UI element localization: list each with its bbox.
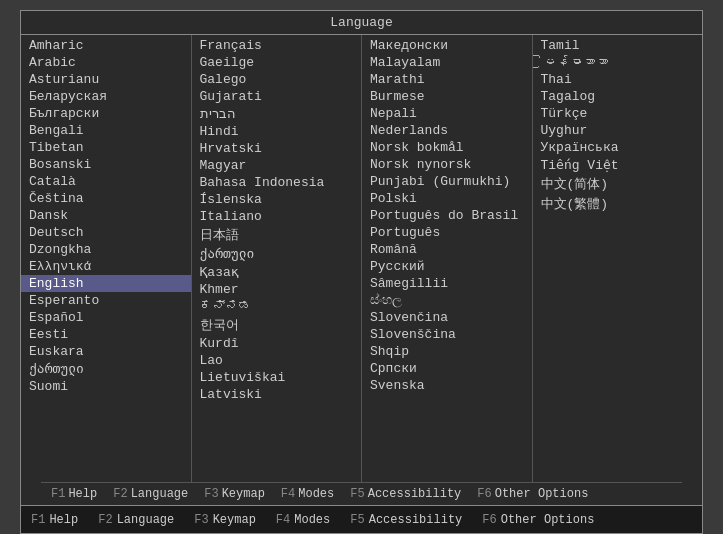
language-item[interactable]: Português do Brasil [362, 207, 532, 224]
language-item[interactable]: Dansk [21, 207, 191, 224]
language-item[interactable]: Punjabi (Gurmukhi) [362, 173, 532, 190]
language-item[interactable]: Tagalog [533, 88, 703, 105]
language-item[interactable]: 日本語 [192, 225, 362, 245]
language-item[interactable]: Français [192, 37, 362, 54]
language-column-1[interactable]: AmharicArabicAsturianuБеларускаяБългарск… [21, 35, 192, 482]
language-item[interactable]: Lao [192, 352, 362, 369]
language-item[interactable]: Македонски [362, 37, 532, 54]
language-item[interactable]: Arabic [21, 54, 191, 71]
language-item[interactable]: Slovenčina [362, 309, 532, 326]
language-item[interactable]: Esperanto [21, 292, 191, 309]
language-item[interactable]: ქართული [21, 360, 191, 378]
footer-item-f1[interactable]: F1Help [51, 487, 97, 501]
language-item[interactable]: Қазақ [192, 263, 362, 281]
language-item[interactable]: Català [21, 173, 191, 190]
language-item[interactable]: Português [362, 224, 532, 241]
bottom-key: F6 [482, 513, 496, 527]
language-item[interactable]: Gujarati [192, 88, 362, 105]
language-item[interactable]: ქართული [192, 245, 362, 263]
language-item[interactable]: Nederlands [362, 122, 532, 139]
bottom-key: F1 [31, 513, 45, 527]
bottom-item-f1[interactable]: F1Help [31, 513, 78, 527]
bottom-item-f5[interactable]: F5Accessibility [350, 513, 462, 527]
language-item[interactable]: Bengali [21, 122, 191, 139]
language-item[interactable]: Русский [362, 258, 532, 275]
dialog-title: Language [21, 11, 702, 35]
language-item[interactable]: Español [21, 309, 191, 326]
language-column-2[interactable]: FrançaisGaeilgeGalegoGujaratiהבריתHindiH… [192, 35, 363, 482]
language-item[interactable]: Kurdî [192, 335, 362, 352]
language-item[interactable]: Marathi [362, 71, 532, 88]
language-item[interactable]: Norsk nynorsk [362, 156, 532, 173]
footer-item-f5[interactable]: F5Accessibility [350, 487, 461, 501]
language-item[interactable]: Gaeilge [192, 54, 362, 71]
language-list-container[interactable]: AmharicArabicAsturianuБеларускаяБългарск… [21, 35, 702, 482]
language-item[interactable]: Sâmegillii [362, 275, 532, 292]
language-item[interactable]: Thai [533, 71, 703, 88]
language-item[interactable]: Burmese [362, 88, 532, 105]
language-item[interactable]: English [21, 275, 191, 292]
language-item[interactable]: Türkçe [533, 105, 703, 122]
bottom-key: F5 [350, 513, 364, 527]
language-item[interactable]: Ελληνικά [21, 258, 191, 275]
language-item[interactable]: Hindi [192, 123, 362, 140]
language-item[interactable]: Hrvatski [192, 140, 362, 157]
language-item[interactable]: Bosanski [21, 156, 191, 173]
language-item[interactable]: 한국어 [192, 315, 362, 335]
footer-item-f6[interactable]: F6Other Options [477, 487, 588, 501]
language-item[interactable]: Bahasa Indonesia [192, 174, 362, 191]
language-column-3[interactable]: МакедонскиMalayalamMarathiBurmeseNepaliN… [362, 35, 533, 482]
language-item[interactable]: Íslenska [192, 191, 362, 208]
language-item[interactable]: Italiano [192, 208, 362, 225]
language-dialog: Language AmharicArabicAsturianuБеларуска… [20, 10, 703, 506]
bottom-label: Accessibility [369, 513, 463, 527]
language-item[interactable]: Malayalam [362, 54, 532, 71]
language-item[interactable]: Српски [362, 360, 532, 377]
language-item[interactable]: Български [21, 105, 191, 122]
language-item[interactable]: Eesti [21, 326, 191, 343]
language-item[interactable]: Khmer [192, 281, 362, 298]
language-item[interactable]: ಕನ್ನಡ [192, 298, 362, 315]
language-item[interactable]: Română [362, 241, 532, 258]
footer-label: Help [68, 487, 97, 501]
footer-label: Language [131, 487, 189, 501]
language-item[interactable]: Euskara [21, 343, 191, 360]
language-item[interactable]: Suomi [21, 378, 191, 395]
language-item[interactable]: Galego [192, 71, 362, 88]
language-item[interactable]: Amharic [21, 37, 191, 54]
language-item[interactable]: Беларуская [21, 88, 191, 105]
language-column-4[interactable]: Tamilမြန်မာဘာသာThaiTagalogTürkçeUyghurУк… [533, 35, 703, 482]
language-item[interactable]: Polski [362, 190, 532, 207]
footer-item-f4[interactable]: F4Modes [281, 487, 334, 501]
language-item[interactable]: Magyar [192, 157, 362, 174]
footer-key: F6 [477, 487, 491, 501]
language-item[interactable]: Tamil [533, 37, 703, 54]
bottom-item-f2[interactable]: F2Language [98, 513, 174, 527]
language-item[interactable]: Svenska [362, 377, 532, 394]
bottom-item-f6[interactable]: F6Other Options [482, 513, 594, 527]
language-item[interactable]: הברית [192, 105, 362, 123]
language-item[interactable]: ස්ංහල [362, 292, 532, 309]
language-item[interactable]: Dzongkha [21, 241, 191, 258]
language-item[interactable]: 中文(简体) [533, 174, 703, 194]
language-item[interactable]: မြန်မာဘာသာ [533, 54, 703, 71]
language-item[interactable]: Українська [533, 139, 703, 156]
footer-item-f3[interactable]: F3Keymap [204, 487, 265, 501]
language-item[interactable]: Tiếng Việt [533, 156, 703, 174]
bottom-item-f3[interactable]: F3Keymap [194, 513, 256, 527]
language-item[interactable]: Lietuviškai [192, 369, 362, 386]
footer-item-f2[interactable]: F2Language [113, 487, 188, 501]
language-item[interactable]: Shqip [362, 343, 532, 360]
language-item[interactable]: Nepali [362, 105, 532, 122]
language-item[interactable]: Čeština [21, 190, 191, 207]
language-item[interactable]: Uyghur [533, 122, 703, 139]
bottom-key: F2 [98, 513, 112, 527]
language-item[interactable]: 中文(繁體) [533, 194, 703, 214]
language-item[interactable]: Slovenščina [362, 326, 532, 343]
language-item[interactable]: Norsk bokmål [362, 139, 532, 156]
language-item[interactable]: Tibetan [21, 139, 191, 156]
bottom-item-f4[interactable]: F4Modes [276, 513, 330, 527]
language-item[interactable]: Deutsch [21, 224, 191, 241]
language-item[interactable]: Latviski [192, 386, 362, 403]
language-item[interactable]: Asturianu [21, 71, 191, 88]
